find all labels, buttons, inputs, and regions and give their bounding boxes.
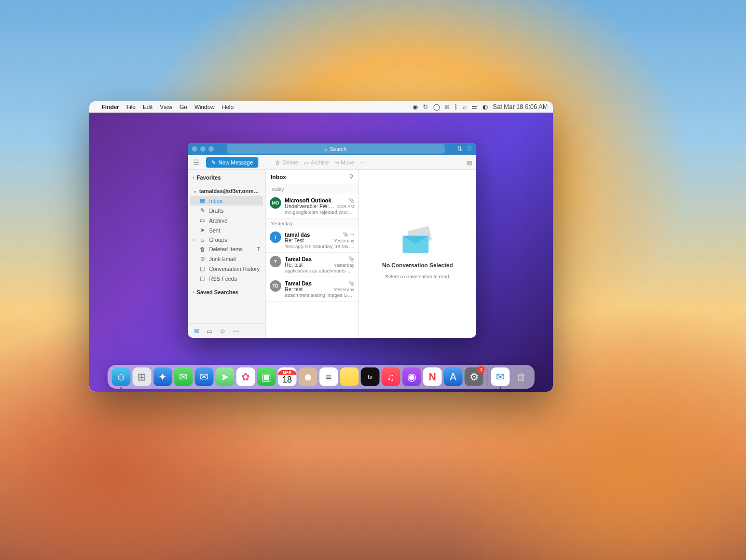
dock-mail[interactable]: ✉ — [195, 367, 214, 386]
dock-facetime[interactable]: ▣ — [257, 367, 276, 386]
status-record-icon[interactable]: ◉ — [412, 103, 418, 111]
dock-reminders[interactable]: ≡ — [320, 367, 338, 386]
message-list: Inbox ⚲ TodayMOMicrosoft Outlook📎Undeliv… — [266, 170, 359, 338]
sent-icon: ➤ — [199, 227, 205, 234]
dock-calendar[interactable]: MAR18 — [278, 367, 297, 386]
dock-contacts[interactable]: ☻ — [299, 367, 317, 386]
message-item[interactable]: TTamal Das📎Re: testYesterdayapplications… — [266, 253, 358, 277]
sidebar-item-archive[interactable]: ▭Archive — [188, 215, 265, 225]
search-icon: ⌕ — [324, 146, 327, 152]
dock-safari[interactable]: ✦ — [154, 367, 172, 386]
sidebar-item-drafts[interactable]: ✎Drafts — [188, 206, 265, 215]
outlook-sidebar: ›Favorites ⌄tamaldas@zf3vr.onmicroso... … — [188, 170, 266, 338]
status-display-icon[interactable]: ⎚ — [445, 103, 449, 111]
attachment-icon: 📎 — [349, 198, 354, 203]
message-subject: Re: test — [285, 262, 302, 268]
message-sender: Microsoft Outlook — [285, 197, 331, 203]
status-user-icon[interactable]: ◯ — [433, 103, 440, 111]
badge: 1 — [478, 366, 485, 373]
dock-photos[interactable]: ✿ — [237, 367, 255, 386]
avatar: T — [270, 256, 281, 267]
zoom-button[interactable] — [209, 146, 214, 152]
attachment-icon: 📎 — [349, 281, 354, 286]
avatar: T — [270, 231, 281, 243]
status-timemachine-icon[interactable]: ↻ — [423, 103, 428, 111]
dock-finder[interactable]: ☺ — [112, 367, 131, 386]
menu-go[interactable]: Go — [179, 104, 187, 110]
message-time: Yesterday — [334, 287, 354, 292]
sidebar-item-groups[interactable]: ›⌂Groups — [188, 235, 265, 244]
search-placeholder: Search — [330, 146, 347, 152]
calendar-module-icon[interactable]: ▭ — [206, 327, 212, 335]
sidebar-item-inbox[interactable]: ▦Inbox — [190, 196, 263, 206]
sidebar-item-rss-feeds[interactable]: ▢RSS Feeds — [188, 274, 265, 283]
junk-icon: ⊘ — [199, 255, 205, 262]
sidebar-item-junk-email[interactable]: ⊘Junk Email — [188, 254, 265, 264]
hamburger-icon[interactable]: ☰ — [192, 158, 201, 167]
close-button[interactable] — [192, 146, 197, 152]
menu-file[interactable]: File — [127, 104, 136, 110]
outlook-titlebar[interactable]: ⌕ Search ⇅ ♡ — [188, 143, 476, 155]
sidebar-item-sent[interactable]: ➤Sent — [188, 225, 265, 235]
archive-icon: ▭ — [303, 159, 309, 166]
dock-trash[interactable]: 🗑 — [512, 367, 531, 386]
sidebar-account[interactable]: ⌄tamaldas@zf3vr.onmicroso... — [188, 185, 265, 196]
trash-icon: 🗑 — [275, 159, 281, 166]
dock-outlook[interactable]: ✉ — [491, 367, 510, 386]
people-module-icon[interactable]: ☺ — [219, 327, 226, 335]
dock-notes[interactable] — [340, 367, 359, 386]
status-siri-icon[interactable]: ◐ — [482, 103, 488, 111]
message-sender: tamal das — [285, 231, 310, 238]
status-spotlight-icon[interactable]: ⌕ — [463, 103, 466, 111]
message-preview: attachment testing images On Sat,... — [285, 292, 354, 298]
dock-podcasts[interactable]: ◉ — [403, 367, 421, 386]
envelope-illustration — [399, 228, 436, 257]
message-sender: Tamal Das — [285, 280, 312, 286]
dock-maps[interactable]: ➤ — [216, 367, 234, 386]
archive-button[interactable]: ▭Archive — [303, 159, 329, 166]
avatar: TD — [270, 280, 281, 292]
menu-help[interactable]: Help — [222, 104, 234, 110]
notifications-icon[interactable]: ♡ — [466, 145, 472, 153]
menubar-datetime[interactable]: Sat Mar 18 6:06 AM — [493, 103, 548, 111]
message-item[interactable]: MOMicrosoft Outlook📎Undeliverable: FW: T… — [266, 194, 358, 218]
reading-pane-toggle[interactable]: ▤ — [467, 159, 472, 166]
minimize-button[interactable] — [200, 146, 205, 152]
dock-launchpad[interactable]: ⊞ — [133, 367, 151, 386]
dock-separator — [487, 368, 488, 386]
sidebar-saved-searches[interactable]: ›Saved Searches — [188, 286, 265, 298]
group-header: Today — [266, 184, 358, 194]
move-button[interactable]: ⇥Move — [334, 159, 354, 166]
sync-error-icon[interactable]: ⇅ — [457, 145, 462, 153]
status-control-center-icon[interactable]: ⚌ — [472, 103, 477, 111]
more-modules-icon[interactable]: ⋯ — [233, 327, 239, 335]
dock-messages[interactable]: ✉ — [174, 367, 193, 386]
menu-edit[interactable]: Edit — [143, 104, 153, 110]
menu-view[interactable]: View — [160, 104, 172, 110]
new-message-button[interactable]: ✎ New Message — [206, 157, 258, 168]
search-input[interactable]: ⌕ Search — [227, 144, 445, 154]
message-item[interactable]: Ttamal das📎↪Re: TestYesterdayTest app On… — [266, 228, 358, 253]
menubar: Finder File Edit View Go Window Help ◉ ↻… — [89, 101, 553, 113]
sidebar-item-conversation-history[interactable]: ▢Conversation History — [188, 264, 265, 274]
archive-icon: ▭ — [199, 217, 205, 224]
dock-settings[interactable]: ⚙1 — [465, 367, 483, 386]
compose-icon: ✎ — [211, 159, 216, 166]
more-actions-button[interactable]: ⋯ — [360, 159, 365, 166]
status-bluetooth-icon[interactable]: ᛒ — [454, 103, 458, 111]
dock-tv[interactable]: tv — [361, 367, 380, 386]
groups-icon: ⌂ — [199, 237, 205, 243]
message-item[interactable]: TDTamal Das📎Re: testYesterdayattachment … — [266, 277, 358, 302]
mail-module-icon[interactable]: ✉ — [194, 327, 199, 335]
message-time: Yesterday — [334, 238, 354, 243]
menubar-app[interactable]: Finder — [102, 104, 119, 110]
menu-window[interactable]: Window — [195, 104, 215, 110]
dock-news[interactable]: N — [423, 367, 442, 386]
dock-appstore[interactable]: A — [444, 367, 463, 386]
filter-button[interactable]: ⚲ — [349, 173, 353, 180]
dock-music[interactable]: ♫ — [382, 367, 400, 386]
sidebar-item-deleted-items[interactable]: 🗑Deleted Items7 — [188, 244, 265, 254]
message-subject: Re: Test — [285, 238, 304, 243]
sidebar-favorites[interactable]: ›Favorites — [188, 172, 265, 183]
delete-button[interactable]: 🗑Delete — [275, 159, 298, 166]
